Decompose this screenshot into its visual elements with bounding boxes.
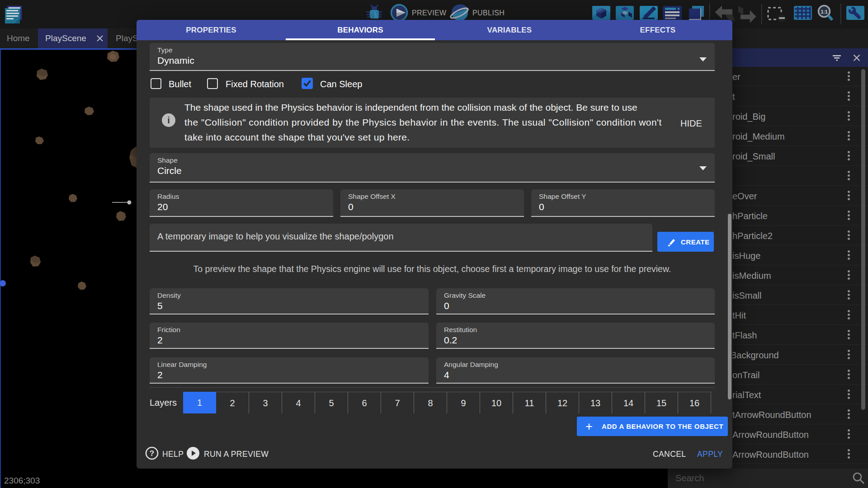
svg-text:1:1: 1:1 xyxy=(821,9,827,14)
svg-text:?: ? xyxy=(150,449,154,458)
